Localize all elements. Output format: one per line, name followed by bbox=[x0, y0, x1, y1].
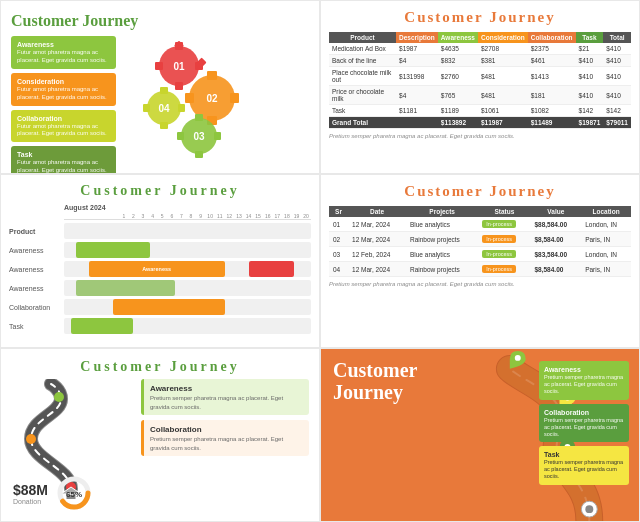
svg-text:03: 03 bbox=[193, 131, 205, 142]
th-date: Date bbox=[348, 206, 406, 217]
svg-text:01: 01 bbox=[173, 61, 185, 72]
cell-road-orange: CustomerJourney Awar bbox=[320, 348, 640, 522]
gantt-bar bbox=[113, 299, 224, 315]
table-row: Medication Ad Box $1987 $4635 $2708 $237… bbox=[329, 43, 631, 55]
svg-rect-15 bbox=[195, 114, 203, 121]
cell-gantt: Customer Journey August 2024 1 2 3 4 5 6… bbox=[0, 174, 320, 348]
svg-rect-21 bbox=[160, 87, 168, 94]
svg-point-27 bbox=[26, 434, 36, 444]
svg-point-39 bbox=[585, 505, 593, 513]
cell4-title: Customer Journey bbox=[329, 183, 631, 200]
table-row: Back of the line $4 $832 $381 $461 $410 … bbox=[329, 55, 631, 67]
svg-point-28 bbox=[54, 392, 64, 402]
cell2-title: Customer Journey bbox=[329, 9, 631, 26]
cell3-title: Customer Journey bbox=[9, 183, 311, 199]
gantt-container: August 2024 1 2 3 4 5 6 7 8 9 10 11 12 1… bbox=[9, 204, 311, 334]
gantt-bar bbox=[249, 261, 293, 277]
th-description: Description bbox=[396, 32, 438, 43]
svg-rect-2 bbox=[175, 82, 183, 90]
cell5-title: Customer Journey bbox=[11, 359, 309, 375]
table-row: 01 12 Mar, 2024 Blue analytics In-proces… bbox=[329, 217, 631, 232]
cell1-title: Customer Journey bbox=[11, 11, 309, 30]
gantt-bar: Awareness bbox=[89, 261, 225, 277]
table-row: 04 12 Mar, 2024 Rainbow projects In-proc… bbox=[329, 262, 631, 277]
status-badge: In-process bbox=[482, 235, 516, 243]
gantt-bar bbox=[76, 242, 150, 258]
journey-table-2: Sr Date Projects Status Value Location 0… bbox=[329, 206, 631, 277]
cell6-title-area: CustomerJourney bbox=[333, 359, 417, 403]
table1-footnote: Pretium semper pharetra magna ac placera… bbox=[329, 133, 631, 139]
gantt-bar bbox=[71, 318, 133, 334]
donut-chart: 65% bbox=[56, 475, 92, 511]
gantt-row: Task bbox=[9, 318, 311, 334]
collaboration-road-card: Collaboration Pretium semper pharetra ma… bbox=[141, 420, 309, 456]
th-product: Product bbox=[329, 32, 396, 43]
table-row: Task $1181 $1189 $1061 $1082 $142 $142 bbox=[329, 105, 631, 117]
cell1-cards: Awareness Futur amot pharetra magna ac p… bbox=[11, 36, 116, 174]
svg-rect-3 bbox=[155, 62, 163, 70]
cell1-content: Awareness Futur amot pharetra magna ac p… bbox=[11, 36, 309, 174]
th-consideration: Consideration bbox=[478, 32, 528, 43]
svg-rect-23 bbox=[143, 104, 150, 112]
gears-svg: 01 02 bbox=[124, 36, 239, 166]
main-grid: Customer Journey Awareness Futur amot ph… bbox=[0, 0, 640, 522]
cell-gears-infographic: Customer Journey Awareness Futur amot ph… bbox=[0, 0, 320, 174]
road-cards: Awareness Pretium semper pharetra magna … bbox=[141, 379, 309, 499]
th-awareness: Awareness bbox=[438, 32, 478, 43]
status-badge: In-process bbox=[482, 250, 516, 258]
svg-rect-18 bbox=[214, 132, 221, 140]
task-card: Task Futur amot pharetra magna ac placer… bbox=[11, 146, 116, 174]
awareness-card: Awareness Futur amot pharetra magna ac p… bbox=[11, 36, 116, 69]
awareness-road-card: Awareness Pretium semper pharetra magna … bbox=[141, 379, 309, 415]
gantt-bar bbox=[76, 280, 175, 296]
gantt-dates: 1 2 3 4 5 6 7 8 9 10 11 12 13 14 15 16 1… bbox=[64, 213, 311, 220]
gantt-month-header: August 2024 bbox=[64, 204, 311, 211]
collaboration-card: Collaboration Futur amot pharetra magna … bbox=[11, 110, 116, 143]
gantt-row: Product bbox=[9, 223, 311, 239]
gears-area: 01 02 bbox=[124, 36, 234, 156]
stat-area: $88M Donation 65% bbox=[13, 475, 92, 511]
table2-footnote: Pretium semper pharetra magna ac placera… bbox=[329, 281, 631, 287]
status-badge: In-process bbox=[482, 265, 516, 273]
cell6-title: CustomerJourney bbox=[333, 359, 417, 403]
svg-point-37 bbox=[515, 355, 521, 361]
svg-rect-16 bbox=[195, 151, 203, 158]
orange-collaboration-card: Collaboration Pretium semper pharetra ma… bbox=[539, 404, 629, 443]
th-location: Location bbox=[581, 206, 631, 217]
table-row: Place chocolate milk out $131998 $2760 $… bbox=[329, 67, 631, 86]
svg-rect-11 bbox=[185, 93, 194, 103]
th-total: Total bbox=[603, 32, 631, 43]
gantt-row: Awareness bbox=[9, 280, 311, 296]
svg-text:65%: 65% bbox=[66, 490, 82, 499]
orange-awareness-card: Awareness Pretium semper pharetra magna … bbox=[539, 361, 629, 400]
th-projects: Projects bbox=[406, 206, 478, 217]
table-row: Price or chocolate milk $4 $765 $481 $18… bbox=[329, 86, 631, 105]
consideration-card: Consideration Futur amot pharetra magna … bbox=[11, 73, 116, 106]
svg-rect-9 bbox=[207, 71, 217, 80]
journey-table-1: Product Description Awareness Considerat… bbox=[329, 32, 631, 129]
gantt-row: Awareness bbox=[9, 242, 311, 258]
grand-total-row: Grand Total $113892 $11987 $11489 $19871… bbox=[329, 117, 631, 129]
stat-label: Donation bbox=[13, 498, 48, 505]
orange-task-card: Task Pretium semper pharetra magna ac pl… bbox=[539, 446, 629, 485]
th-status: Status bbox=[478, 206, 530, 217]
cell-table-1: Customer Journey Product Description Awa… bbox=[320, 0, 640, 174]
svg-rect-22 bbox=[160, 122, 168, 129]
gantt-month: August 2024 bbox=[64, 204, 106, 211]
gantt-row: Awareness Awareness bbox=[9, 261, 311, 277]
th-value: Value bbox=[530, 206, 581, 217]
stat-value: $88M bbox=[13, 482, 48, 498]
orange-cards: Awareness Pretium semper pharetra magna … bbox=[539, 361, 629, 485]
svg-text:04: 04 bbox=[158, 103, 170, 114]
status-badge: In-process bbox=[482, 220, 516, 228]
th-task: Task bbox=[576, 32, 604, 43]
cell-status-table: Customer Journey Sr Date Projects Status… bbox=[320, 174, 640, 348]
svg-text:02: 02 bbox=[206, 93, 218, 104]
svg-rect-12 bbox=[230, 93, 239, 103]
th-sr: Sr bbox=[329, 206, 348, 217]
th-collaboration: Collaboration bbox=[528, 32, 576, 43]
svg-rect-24 bbox=[178, 104, 185, 112]
cell-road-white: Customer Journey bbox=[0, 348, 320, 522]
table-row: 02 12 Mar, 2024 Rainbow projects In-proc… bbox=[329, 232, 631, 247]
gantt-row: Collaboration bbox=[9, 299, 311, 315]
